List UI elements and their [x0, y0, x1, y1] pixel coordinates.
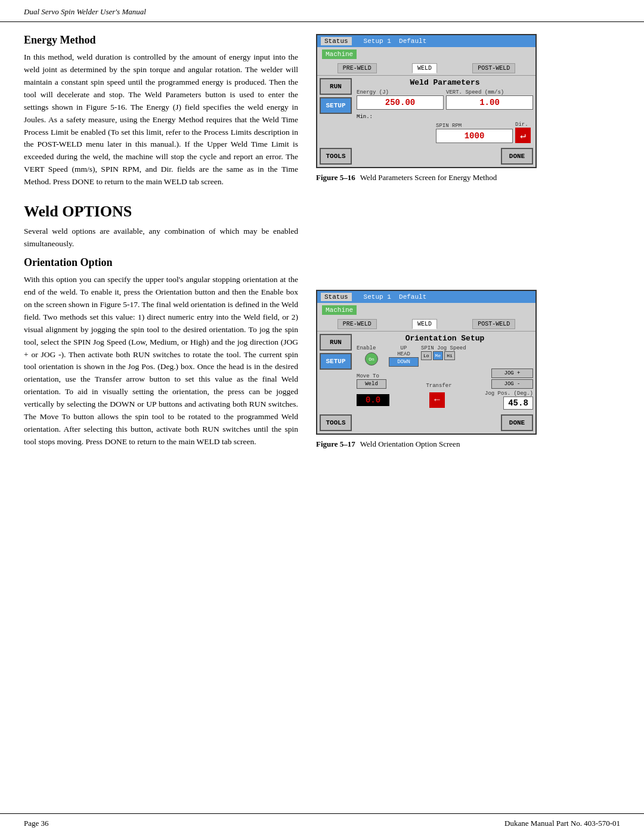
screen1-vert-speed-value[interactable]: 1.00: [446, 95, 533, 110]
orientation-option-body: With this option you can specify the upp…: [24, 274, 298, 448]
screen1-dir-label: Dir.: [515, 122, 533, 128]
screen1-setup-button[interactable]: SETUP: [320, 97, 352, 114]
screen1-energy-label: Energy (J): [357, 89, 444, 95]
screen1-status: Status: [321, 37, 352, 45]
screen1-tab-preweld[interactable]: PRE-WELD: [338, 63, 377, 73]
screen2-jog-plus-button[interactable]: JOG +: [491, 368, 533, 378]
page-footer: Page 36 Dukane Manual Part No. 403-570-0…: [0, 813, 644, 833]
screen1-tools-button[interactable]: TOOLS: [320, 148, 352, 165]
screen2-machine: Machine: [322, 305, 357, 315]
footer-page: Page 36: [24, 819, 49, 828]
screen2-tab-weld[interactable]: WELD: [412, 319, 437, 329]
screen1-machine-row: Machine: [317, 47, 535, 61]
orientation-option-heading: Orientation Option: [24, 256, 298, 269]
weld-options-body: Several weld options are available, any …: [24, 225, 298, 250]
screen2-jog-minus-button[interactable]: JOG -: [491, 379, 533, 389]
screen2-weld-button[interactable]: Weld: [357, 379, 386, 389]
screen2-up-label: UP: [389, 345, 419, 351]
screen1-spin-rpm-value[interactable]: 1000: [436, 129, 513, 143]
screen2-tabs: PRE-WELD WELD POST-WELD: [317, 317, 535, 332]
screen1-tab-weld[interactable]: WELD: [412, 63, 437, 73]
screen2-machine-row: Machine: [317, 303, 535, 317]
screen1-done-button[interactable]: DONE: [501, 148, 533, 165]
screen1-energy-value[interactable]: 250.00: [357, 95, 444, 110]
screen2-setup-button[interactable]: SETUP: [320, 353, 352, 370]
screen2-spin-jog-group: Lo Me Hi: [421, 351, 533, 360]
screen1-spin-rpm-label: SPIN RPM: [436, 123, 513, 129]
screen2-hi-button[interactable]: Hi: [444, 351, 455, 360]
main-content: Energy Method In this method, weld durat…: [0, 22, 644, 466]
footer-manual: Dukane Manual Part No. 403-570-01: [504, 819, 620, 828]
screen2-main: Orientation Setup Enable On UP HEAD: [354, 332, 535, 433]
screen1-main: Weld Parameters Energy (J) 250.00 VERT. …: [354, 76, 535, 167]
screen2-done-button[interactable]: DONE: [501, 414, 533, 431]
screen2-weld-value[interactable]: 0.0: [357, 394, 389, 406]
screen2-me-button[interactable]: Me: [433, 351, 444, 360]
screen2-jog-pos-label: Jog Pos. (Deg.): [485, 391, 533, 397]
screen2-tab-preweld[interactable]: PRE-WELD: [338, 319, 377, 329]
screen1: Status Setup 1 Default Machine PRE-WELD …: [316, 34, 537, 168]
figure17-label: Figure 5–17: [316, 439, 355, 449]
screen1-machine: Machine: [322, 49, 357, 59]
screen2-transfer-arrow[interactable]: ←: [429, 392, 445, 408]
screen2-tools-button[interactable]: TOOLS: [320, 414, 352, 431]
screen1-vert-speed-label: VERT. Speed (mm/s): [446, 89, 533, 95]
screen2-top-bar: Status Setup 1 Default: [317, 291, 535, 303]
figure17-caption: Figure 5–17 Weld Orientation Option Scre…: [316, 439, 543, 449]
screen2-enable-label: Enable: [357, 345, 386, 351]
energy-method-body: In this method, weld duration is control…: [24, 51, 298, 188]
screen1-run-button[interactable]: RUN: [320, 78, 352, 95]
figure16-text: Weld Parameters Screen for Energy Method: [360, 173, 497, 182]
screen2-setup: Setup 1 Default: [364, 293, 427, 301]
screen2-body: RUN SETUP TOOLS Orientation Setup Enable…: [317, 332, 535, 433]
screen2-head-label: HEAD: [389, 351, 419, 357]
screen2-down-button[interactable]: DOWN: [389, 357, 419, 367]
screen1-tab-postweld[interactable]: POST-WELD: [472, 63, 515, 73]
screen1-min-label: Min.:: [357, 114, 373, 120]
screen1-dir-arrow[interactable]: ↵: [515, 128, 531, 143]
figure16-label: Figure 5–16: [316, 173, 355, 182]
screen2-transfer-label: Transfer: [426, 383, 451, 389]
right-column: Status Setup 1 Default Machine PRE-WELD …: [316, 34, 543, 454]
energy-method-heading: Energy Method: [24, 34, 298, 47]
weld-options-heading: Weld OPTIONS: [24, 203, 298, 221]
screen2-status: Status: [321, 293, 352, 301]
screen2-spin-jog-label: SPIN Jog Speed: [421, 345, 533, 351]
screen1-body: RUN SETUP TOOLS Weld Parameters Energy (…: [317, 76, 535, 167]
figure16-caption: Figure 5–16 Weld Parameters Screen for E…: [316, 173, 543, 182]
screen2-section-title: Orientation Setup: [357, 334, 533, 343]
screen2-jog-pos-value[interactable]: 45.8: [503, 397, 533, 410]
screen2-run-button[interactable]: RUN: [320, 334, 352, 351]
screen1-tabs: PRE-WELD WELD POST-WELD: [317, 61, 535, 76]
screen1-setup: Setup 1 Default: [364, 38, 427, 45]
screen2-move-to-label: Move To: [357, 373, 386, 379]
screen1-left-buttons: RUN SETUP TOOLS: [317, 76, 354, 167]
screen1-section-title: Weld Parameters: [357, 78, 533, 87]
screen2-left-buttons: RUN SETUP TOOLS: [317, 332, 354, 433]
screen2-on-button[interactable]: On: [365, 352, 378, 366]
header-text: Dual Servo Spin Welder User's Manual: [24, 7, 146, 16]
screen2-lo-button[interactable]: Lo: [421, 351, 432, 360]
screen1-top-bar: Status Setup 1 Default: [317, 35, 535, 47]
screen2: Status Setup 1 Default Machine PRE-WELD …: [316, 290, 537, 435]
left-column: Energy Method In this method, weld durat…: [24, 34, 298, 454]
page-header: Dual Servo Spin Welder User's Manual: [0, 0, 644, 22]
screen2-tab-postweld[interactable]: POST-WELD: [472, 319, 515, 329]
figure17-text: Weld Orientation Option Screen: [360, 439, 460, 449]
